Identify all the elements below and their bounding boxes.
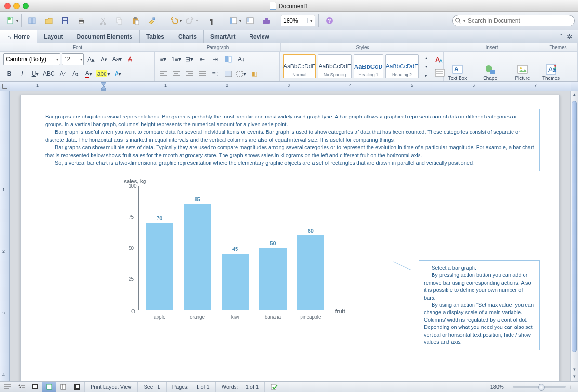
close-window-button[interactable]: [4, 3, 11, 9]
vertical-ruler[interactable]: 1 2 3 4: [0, 91, 10, 381]
bar-pineapple[interactable]: 60: [297, 235, 324, 310]
right-callout-box[interactable]: Select a bar graph. By pressing action b…: [419, 260, 540, 350]
undo-button[interactable]: ▾: [167, 14, 181, 27]
search-dropdown-icon[interactable]: ▾: [463, 19, 465, 23]
styles-scroll-down[interactable]: ▾: [420, 63, 432, 70]
strikethrough-button[interactable]: ABC: [42, 68, 55, 79]
toolbox-button[interactable]: [259, 14, 274, 27]
shrink-font-button[interactable]: A▾: [98, 53, 110, 65]
style-no-spacing[interactable]: AaBbCcDdENo Spacing: [318, 54, 351, 78]
format-painter-button[interactable]: [145, 14, 159, 27]
align-left-button[interactable]: [158, 68, 169, 79]
text-direction-button[interactable]: [223, 53, 234, 65]
bar-kiwi[interactable]: 45: [222, 254, 249, 310]
draft-view-button[interactable]: [0, 382, 14, 392]
scroll-thumb[interactable]: [572, 101, 577, 352]
bar-orange[interactable]: 85: [184, 204, 210, 310]
multilevel-list-button[interactable]: ⊟▾: [184, 53, 195, 65]
numbering-button[interactable]: 1≡▾: [171, 53, 182, 65]
highlight-button[interactable]: abc▾: [96, 68, 111, 79]
shading-button[interactable]: [223, 68, 234, 79]
show-marks-button[interactable]: ¶: [205, 14, 219, 27]
intro-text-box[interactable]: Bar graphs are ubiquitous visual represe…: [40, 109, 540, 171]
redo-button[interactable]: ▾: [183, 14, 197, 27]
ribbon-settings-button[interactable]: ✲: [567, 33, 573, 40]
font-name-combo[interactable]: ▾: [3, 53, 60, 65]
style-heading-2[interactable]: AaBbCcDdEHeading 2: [385, 54, 419, 78]
borders-button[interactable]: ▾: [236, 68, 247, 79]
horizontal-ruler[interactable]: 1 1 2 3 4 5 6 7: [0, 82, 578, 91]
paragraph-dialog-button[interactable]: ◧: [249, 68, 260, 79]
document-canvas[interactable]: Bar graphs are ubiquitous visual represe…: [10, 91, 570, 381]
insert-shape-button[interactable]: Shape: [479, 53, 501, 81]
font-size-combo[interactable]: ▾: [62, 53, 84, 65]
save-button[interactable]: [58, 14, 72, 27]
sidebar-button[interactable]: ▾: [226, 14, 241, 27]
scroll-down-button[interactable]: ▾: [571, 367, 578, 374]
justify-button[interactable]: [197, 68, 208, 79]
grow-font-button[interactable]: A▴: [85, 53, 97, 65]
open-button[interactable]: [41, 14, 56, 27]
superscript-button[interactable]: A²: [57, 68, 68, 79]
clear-formatting-button[interactable]: A̶: [124, 53, 136, 65]
paste-button[interactable]: [129, 14, 143, 27]
templates-button[interactable]: [25, 14, 39, 27]
increase-indent-button[interactable]: ⇥: [210, 53, 221, 65]
tab-document-elements[interactable]: Document Elements: [70, 30, 140, 43]
zoom-slider-knob[interactable]: [538, 384, 545, 391]
tab-smartart[interactable]: SmartArt: [204, 30, 242, 43]
zoom-combo[interactable]: ▾: [281, 15, 315, 26]
spell-check-indicator[interactable]: [264, 382, 284, 392]
outline-view-button[interactable]: [14, 382, 28, 392]
zoom-input[interactable]: [281, 16, 307, 25]
bullets-button[interactable]: ≡▾: [158, 53, 169, 65]
collapse-ribbon-button[interactable]: ˆ: [560, 33, 562, 40]
tab-layout[interactable]: Layout: [37, 30, 70, 43]
sort-button[interactable]: A↓: [236, 53, 247, 65]
zoom-out-button[interactable]: −: [507, 383, 511, 391]
font-color-button[interactable]: A▾: [83, 68, 94, 79]
help-button[interactable]: ?: [322, 14, 337, 27]
print-layout-view-button[interactable]: [42, 382, 56, 392]
subscript-button[interactable]: A₂: [70, 68, 81, 79]
cut-button[interactable]: [96, 14, 110, 27]
zoom-dropdown[interactable]: ▾: [307, 18, 315, 23]
zoom-in-button[interactable]: +: [569, 383, 573, 391]
scroll-up-button[interactable]: ▴: [571, 92, 578, 99]
print-button[interactable]: [74, 14, 89, 27]
focus-view-button[interactable]: [70, 382, 84, 392]
scroll-page-down-button[interactable]: ▾: [571, 374, 578, 380]
align-right-button[interactable]: [184, 68, 195, 79]
tab-selector[interactable]: [1, 83, 8, 90]
search-input[interactable]: [467, 17, 570, 25]
styles-expand[interactable]: ▸: [420, 71, 432, 79]
tab-tables[interactable]: Tables: [140, 30, 171, 43]
vertical-scrollbar[interactable]: ▴ ▾ ▾: [570, 91, 578, 381]
align-center-button[interactable]: [171, 68, 182, 79]
line-spacing-button[interactable]: ≡↕: [210, 68, 221, 79]
bar-apple[interactable]: 70: [146, 223, 173, 310]
decrease-indent-button[interactable]: ⇤: [197, 53, 208, 65]
italic-button[interactable]: I: [16, 68, 28, 79]
publishing-view-button[interactable]: [28, 382, 42, 392]
style-heading-1[interactable]: AaBbCcDHeading 1: [354, 54, 383, 78]
minimize-window-button[interactable]: [13, 3, 20, 9]
bar-banana[interactable]: 50: [259, 248, 286, 310]
underline-button[interactable]: U▾: [29, 68, 41, 79]
zoom-window-button[interactable]: [23, 3, 29, 9]
tab-charts[interactable]: Charts: [171, 30, 204, 43]
text-effects-button[interactable]: A▾: [112, 68, 124, 79]
change-case-button[interactable]: Aa▾: [111, 53, 123, 65]
search-box[interactable]: ▾: [452, 15, 575, 26]
style-normal[interactable]: AaBbCcDdENormal: [283, 54, 316, 78]
insert-textbox-button[interactable]: AText Box: [447, 53, 469, 81]
insert-picture-button[interactable]: Picture: [512, 53, 534, 81]
bold-button[interactable]: B: [3, 68, 15, 79]
gallery-button[interactable]: [243, 14, 257, 27]
new-document-button[interactable]: ▾: [3, 14, 18, 27]
tab-review[interactable]: Review: [242, 30, 276, 43]
copy-button[interactable]: [112, 14, 127, 27]
themes-button[interactable]: AaThemes: [540, 53, 562, 81]
notebook-view-button[interactable]: [56, 382, 70, 392]
zoom-slider[interactable]: [513, 386, 566, 388]
